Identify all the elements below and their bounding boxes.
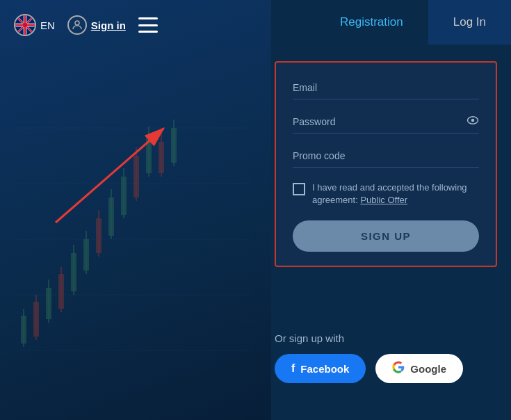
signup-button[interactable]: SIGN UP [293, 220, 479, 252]
header-left: EN Sign in [14, 14, 158, 36]
agreement-row: I have read and accepted the following a… [293, 181, 479, 207]
promo-field [293, 147, 479, 168]
hamburger-line-1 [138, 17, 158, 19]
password-toggle-icon[interactable] [467, 115, 479, 128]
flag-icon [14, 14, 36, 36]
password-field [293, 113, 479, 134]
red-arrow [42, 111, 181, 236]
google-label: Google [410, 363, 446, 375]
email-input[interactable] [293, 79, 479, 96]
promo-input-row [293, 147, 479, 168]
public-offer-link[interactable]: Public Offer [360, 195, 407, 205]
lang-label: EN [40, 19, 55, 31]
password-input[interactable] [293, 113, 467, 130]
hamburger-menu[interactable] [138, 17, 158, 33]
svg-point-34 [75, 21, 79, 25]
auth-tabs: Registration Log In [315, 0, 511, 45]
header: EN Sign in Registration Log In [0, 0, 511, 50]
facebook-button[interactable]: f Facebook [275, 354, 366, 383]
user-icon [67, 15, 87, 35]
social-buttons: f Facebook Google [275, 354, 497, 383]
signin-button[interactable]: Sign in [67, 15, 126, 35]
or-label: Or sign up with [275, 332, 497, 344]
email-field [293, 79, 479, 99]
svg-line-32 [56, 129, 163, 223]
hamburger-line-2 [138, 24, 158, 26]
google-button[interactable]: Google [375, 354, 463, 383]
signin-label: Sign in [91, 19, 126, 31]
chart-background [0, 0, 271, 420]
agreement-checkbox[interactable] [293, 183, 305, 195]
password-input-row [293, 113, 479, 134]
language-selector[interactable]: EN [14, 14, 55, 36]
hamburger-line-3 [138, 31, 158, 33]
facebook-icon: f [291, 362, 295, 375]
google-icon [392, 361, 405, 376]
agreement-text: I have read and accepted the following a… [312, 181, 479, 207]
tab-login[interactable]: Log In [428, 0, 511, 45]
registration-form: I have read and accepted the following a… [275, 61, 497, 267]
social-signup-section: Or sign up with f Facebook Google [275, 332, 497, 383]
email-input-row [293, 79, 479, 99]
promo-input[interactable] [293, 147, 479, 164]
facebook-label: Facebook [300, 363, 349, 375]
tab-registration[interactable]: Registration [315, 0, 428, 45]
svg-point-36 [471, 119, 475, 122]
